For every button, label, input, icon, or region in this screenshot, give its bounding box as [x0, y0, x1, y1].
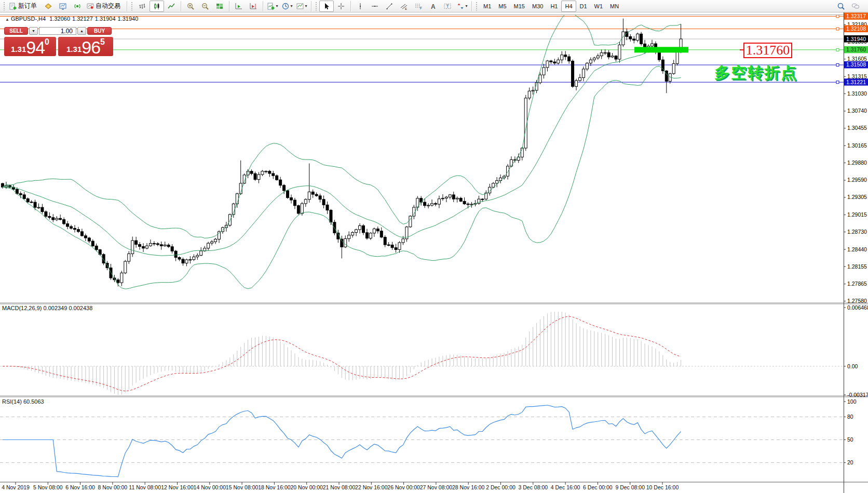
symbol-period: GBPUSD-,H4	[11, 16, 46, 22]
mt4-window: 新订单自动交易▾▾▾EFAT▾M1M5M15M30H1H4D1W1MN 1.32…	[0, 0, 868, 493]
toolbar-grip	[476, 2, 478, 11]
horizontal-line-button[interactable]	[368, 1, 382, 12]
time-label: 27 Nov 08:00	[420, 484, 453, 490]
price-badge: 1.31940	[846, 36, 866, 42]
price-badge: 1.31508	[846, 61, 866, 68]
timeframe-h1-button[interactable]: H1	[547, 1, 561, 12]
arrows-button[interactable]: ▾	[455, 1, 469, 12]
terminal-window-icon	[59, 2, 67, 10]
sell-button[interactable]: SELL	[4, 27, 28, 35]
chat-button[interactable]	[848, 1, 863, 12]
signals-button[interactable]	[70, 1, 85, 12]
new-order-label: 新订单	[18, 2, 37, 10]
turning-point-annotation: 多空转折点	[714, 62, 797, 84]
time-label: 10 Dec 16:00	[646, 484, 679, 490]
volume-input[interactable]	[39, 27, 76, 35]
auto-scroll-button[interactable]	[232, 1, 246, 12]
price-badge: 1.32317	[846, 13, 866, 19]
line-chart-icon	[167, 2, 175, 10]
volume-increase-button[interactable]: ▲	[77, 27, 86, 35]
periods-icon	[281, 2, 290, 10]
candlestick-chart-icon	[153, 2, 161, 10]
toolbar-grip	[131, 2, 133, 11]
toolbar-separator	[263, 1, 263, 11]
time-label: 20 Nov 00:00	[290, 484, 323, 490]
dropdown-caret-icon: ▾	[465, 4, 467, 8]
dropdown-caret-icon: ▾	[305, 4, 307, 8]
bar-chart-icon	[138, 2, 146, 10]
text-icon: A	[429, 2, 437, 10]
one-click-trading-panel: SELL ▼ ▲ BUY 1.31940 1.31965	[4, 27, 114, 56]
buy-button[interactable]: BUY	[87, 27, 112, 35]
timeframe-mn-button[interactable]: MN	[606, 1, 622, 12]
search-icon	[837, 2, 845, 10]
timeframe-m30-button[interactable]: M30	[528, 1, 547, 12]
price-tick: 1.27865	[847, 281, 867, 287]
zoom-out-button[interactable]	[198, 1, 212, 12]
auto-trading-button[interactable]: 自动交易	[85, 1, 125, 12]
mql5-market-button[interactable]	[41, 1, 56, 12]
vertical-line-button[interactable]	[353, 1, 368, 12]
fibonacci-button[interactable]: F	[411, 1, 426, 12]
timeframe-h4-button[interactable]: H4	[561, 1, 576, 12]
candlestick-chart-button[interactable]	[150, 1, 164, 12]
price-tick: 1.29015	[847, 211, 867, 218]
sell-price-box[interactable]: 1.31940	[4, 37, 56, 56]
periods-button[interactable]: ▾	[280, 1, 294, 12]
timeframe-m15-button[interactable]: M15	[510, 1, 528, 12]
text-label-button[interactable]: T	[440, 1, 455, 12]
macd-axis-tick: -0.003171	[847, 392, 868, 398]
cursor-button[interactable]	[319, 1, 334, 12]
tile-windows-button[interactable]	[212, 1, 227, 12]
price-badge: 1.31221	[846, 79, 866, 85]
toolbar-separator	[127, 1, 127, 11]
price-level-flag[interactable]: 1.31760	[743, 43, 792, 58]
auto-trading-label: 自动交易	[96, 2, 120, 10]
macd-layer	[0, 312, 844, 395]
sell-price-main: 94	[26, 38, 45, 56]
price-tick: 1.30165	[847, 142, 867, 149]
buy-price-box[interactable]: 1.31965	[58, 37, 113, 56]
toolbar: 新订单自动交易▾▾▾EFAT▾M1M5M15M30H1H4D1W1MN	[0, 0, 868, 12]
time-label: 4 Dec 16:00	[551, 484, 580, 490]
trendline-icon	[385, 2, 394, 10]
indicators-button[interactable]: ▾	[265, 1, 280, 12]
templates-icon	[296, 2, 304, 10]
time-label: 9 Dec 08:00	[615, 484, 645, 490]
price-tick: 1.30740	[847, 108, 867, 114]
search-button[interactable]	[834, 1, 848, 12]
volume-decrease-button[interactable]: ▼	[29, 27, 38, 35]
new-order-button[interactable]: 新订单	[7, 1, 41, 12]
time-label: 15 Nov 08:00	[226, 484, 259, 490]
svg-text:T: T	[446, 4, 449, 9]
line-chart-button[interactable]	[164, 1, 179, 12]
bar-chart-button[interactable]	[135, 1, 150, 12]
text-button[interactable]: A	[426, 1, 440, 12]
timeframe-m5-button[interactable]: M5	[495, 1, 510, 12]
indicators-icon	[267, 2, 275, 10]
chart-header: ▲GBPUSD-,H4 1.320601.321271.319041.31940	[5, 16, 140, 22]
dropdown-caret-icon: ▾	[290, 4, 292, 8]
rsi-axis-tick: 20	[847, 459, 853, 465]
text-label-icon: T	[443, 2, 452, 10]
templates-button[interactable]: ▾	[294, 1, 309, 12]
trendline-button[interactable]	[382, 1, 397, 12]
crosshair-icon	[337, 2, 345, 10]
zoom-in-button[interactable]	[183, 1, 198, 12]
toolbar-separator	[350, 1, 351, 11]
timeframe-m1-button[interactable]: M1	[480, 1, 495, 12]
time-label: 22 Nov 16:00	[355, 484, 388, 490]
timeframe-w1-button[interactable]: W1	[591, 1, 607, 12]
terminal-window-button[interactable]	[56, 1, 70, 12]
chart-shift-button[interactable]	[246, 1, 261, 12]
sell-price-sup: 0	[45, 38, 49, 46]
auto-scroll-icon	[235, 2, 243, 10]
timeframe-d1-button[interactable]: D1	[576, 1, 591, 12]
crosshair-button[interactable]	[334, 1, 348, 12]
toolbar-grip	[3, 2, 6, 11]
highlight-layer	[634, 47, 688, 52]
price-tick: 1.30455	[847, 125, 867, 131]
ohlc-open: 1.32060	[49, 16, 70, 22]
vertical-line-icon	[356, 2, 364, 10]
equidistant-channel-button[interactable]: E	[397, 1, 411, 12]
